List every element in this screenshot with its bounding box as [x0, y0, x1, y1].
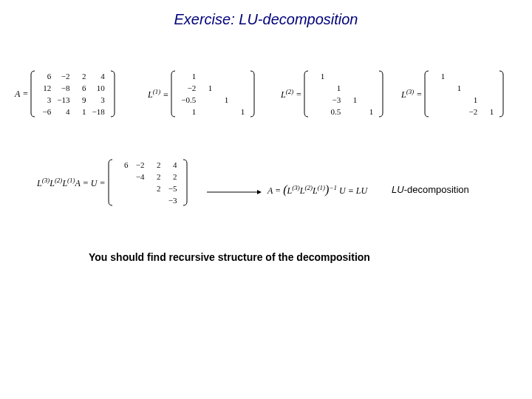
- matrix-cell: −3: [327, 94, 344, 106]
- matrix-cell: −2: [54, 70, 72, 82]
- matrix-L1: L(1) ≡ 1−21−0.5111: [148, 70, 255, 117]
- matrix-cell: [231, 82, 248, 94]
- matrix-cell: [464, 82, 480, 94]
- matrix-cell: [132, 183, 148, 194]
- matrix-L3: L(3) = 111−21: [401, 70, 504, 117]
- matrix-cell: 0.5: [327, 106, 344, 117]
- matrix-cell: [432, 82, 448, 94]
- matrix-cell: [432, 106, 448, 117]
- matrix-cell: −8: [54, 82, 72, 94]
- matrix-cell: 2: [164, 171, 180, 183]
- matrix-cell: 1: [311, 70, 327, 82]
- matrix-cell: [115, 171, 132, 183]
- matrix-cell: 6: [115, 159, 132, 171]
- matrix-cell: −2: [178, 82, 199, 94]
- matrix-cell: −2: [464, 106, 480, 117]
- matrix-cell: [448, 94, 464, 106]
- matrix-cell: 1: [178, 106, 199, 117]
- matrix-cell: [432, 94, 448, 106]
- lu-caption: LU-decomposition: [392, 184, 469, 195]
- equation-LU: A = (L(3)L(2)L(1))−1 U ≡ LU: [267, 183, 367, 197]
- matrix-cell: 1: [432, 70, 448, 82]
- matrix-cell: 2: [72, 70, 89, 82]
- matrix-cell: 10: [89, 82, 107, 94]
- matrix-cell: [199, 94, 215, 106]
- matrix-cell: 6: [72, 82, 89, 94]
- matrix-cell: 4: [54, 106, 72, 117]
- matrix-cell: [311, 106, 327, 117]
- matrix-cell: [215, 82, 231, 94]
- matrix-cell: [327, 70, 344, 82]
- matrix-cell: −5: [164, 183, 180, 194]
- matrix-cell: [344, 82, 360, 94]
- matrix-cell: [231, 94, 248, 106]
- matrix-cell: 12: [38, 82, 54, 94]
- matrix-cell: [132, 194, 148, 206]
- matrix-cell: [231, 70, 248, 82]
- matrix-cell: [480, 94, 497, 106]
- matrix-cell: [148, 194, 164, 206]
- matrix-cell: −18: [89, 106, 107, 117]
- matrix-cell: 4: [89, 70, 107, 82]
- matrix-cell: [464, 70, 480, 82]
- matrix-cell: 1: [178, 70, 199, 82]
- matrix-cell: −0.5: [178, 94, 199, 106]
- matrix-cell: [199, 70, 215, 82]
- matrix-cell: 1: [231, 106, 248, 117]
- arrow-icon: [207, 188, 262, 199]
- matrix-cell: 9: [72, 94, 89, 106]
- matrix-cell: [360, 94, 376, 106]
- matrix-cell: [360, 82, 376, 94]
- matrix-cell: [480, 70, 497, 82]
- matrix-cell: [115, 183, 132, 194]
- matrix-cell: 1: [215, 94, 231, 106]
- matrix-A: A = 6−22412−86103−1393−641−18: [15, 70, 115, 117]
- label-A: A: [15, 89, 20, 99]
- matrix-cell: 1: [199, 82, 215, 94]
- matrix-cell: [360, 70, 376, 82]
- matrix-cell: [311, 94, 327, 106]
- matrix-cell: 1: [448, 82, 464, 94]
- matrix-L2: L(2) = 11−310.51: [281, 70, 383, 117]
- matrix-cell: [480, 82, 497, 94]
- matrix-cell: −2: [132, 159, 148, 171]
- matrix-cell: 1: [327, 82, 344, 94]
- matrix-cell: 1: [464, 94, 480, 106]
- slide-title: Exercise: LU-decomposition: [0, 11, 532, 28]
- matrix-cell: −4: [132, 171, 148, 183]
- matrix-cell: [311, 82, 327, 94]
- matrix-cell: [448, 106, 464, 117]
- matrix-cell: 3: [89, 94, 107, 106]
- matrix-cell: [448, 70, 464, 82]
- matrix-cell: −6: [38, 106, 54, 117]
- matrix-cell: [344, 106, 360, 117]
- matrix-cell: 4: [164, 159, 180, 171]
- bottom-note: You should find recursive structure of t…: [89, 251, 370, 263]
- matrix-cell: 2: [148, 159, 164, 171]
- matrix-cell: 2: [148, 171, 164, 183]
- matrix-cell: 3: [38, 94, 54, 106]
- matrix-cell: 1: [72, 106, 89, 117]
- matrix-U: L(3)L(2)L(1)A = U = 6−224−4222−5−3: [37, 159, 188, 206]
- matrix-cell: 1: [360, 106, 376, 117]
- matrix-cell: [344, 70, 360, 82]
- matrix-cell: 1: [480, 106, 497, 117]
- matrix-cell: 2: [148, 183, 164, 194]
- matrix-cell: [199, 106, 215, 117]
- matrix-cell: [115, 194, 132, 206]
- matrix-cell: 1: [344, 94, 360, 106]
- matrix-cell: −13: [54, 94, 72, 106]
- matrix-cell: [215, 70, 231, 82]
- matrix-cell: −3: [164, 194, 180, 206]
- matrix-cell: 6: [38, 70, 54, 82]
- matrix-cell: [215, 106, 231, 117]
